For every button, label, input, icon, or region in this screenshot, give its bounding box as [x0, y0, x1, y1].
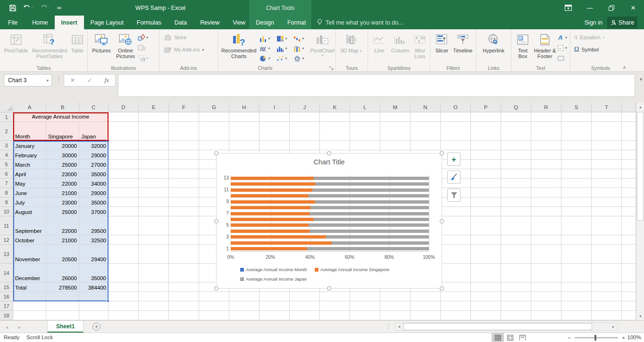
row-header-1[interactable]: 1 — [0, 112, 13, 122]
cell[interactable]: 29000 — [79, 188, 109, 197]
cell[interactable] — [169, 311, 199, 320]
cell[interactable] — [441, 207, 471, 216]
cell[interactable] — [380, 292, 410, 301]
cell[interactable] — [531, 197, 561, 207]
cell[interactable] — [501, 207, 531, 216]
cell[interactable] — [109, 197, 139, 207]
cell[interactable] — [622, 245, 636, 264]
sparkline-winloss-button[interactable]: Win/ Loss — [412, 31, 428, 59]
redo-dropdown-icon[interactable]: ▾ — [48, 6, 50, 10]
signature-dropdown-icon[interactable]: ▾ — [565, 46, 567, 50]
bar-segment[interactable] — [231, 230, 309, 233]
cell[interactable] — [622, 122, 636, 141]
cell[interactable] — [169, 188, 199, 197]
cell[interactable]: 384400 — [79, 282, 109, 292]
chart-legend[interactable]: Average Annual Income MonthAverage Annua… — [240, 267, 420, 282]
cell[interactable] — [561, 235, 592, 245]
select-all-corner[interactable] — [0, 103, 13, 112]
cell[interactable] — [199, 112, 229, 122]
text-box-button[interactable]: A Text Box — [513, 31, 532, 59]
tab-file[interactable]: File — [0, 16, 25, 29]
recommended-pivottables-button[interactable]: ? Recommended PivotTables — [30, 31, 69, 59]
row-header-3[interactable]: 3 — [0, 141, 13, 150]
bar-category-8[interactable] — [231, 206, 429, 209]
cell[interactable] — [109, 301, 139, 311]
bar-category-2[interactable] — [231, 241, 429, 245]
cell[interactable] — [592, 160, 622, 169]
column-header-B[interactable]: B — [46, 103, 79, 112]
cell[interactable] — [592, 150, 622, 160]
cell[interactable] — [441, 301, 471, 311]
my-addins-dropdown-icon[interactable]: ▾ — [202, 48, 204, 52]
cell[interactable] — [501, 282, 531, 292]
cell[interactable] — [109, 179, 139, 188]
cell[interactable] — [410, 311, 441, 320]
cell[interactable] — [139, 150, 169, 160]
cell[interactable] — [501, 150, 531, 160]
cell[interactable] — [622, 141, 636, 150]
cell[interactable]: 30000 — [46, 150, 79, 160]
shapes-dropdown-icon[interactable]: ▾ — [146, 35, 148, 40]
row-header-13[interactable]: 13 — [0, 245, 13, 264]
column-header-partial[interactable] — [622, 103, 636, 112]
cell[interactable] — [109, 188, 139, 197]
cell[interactable] — [410, 292, 441, 301]
bar-segment[interactable] — [309, 194, 429, 197]
cell[interactable] — [109, 282, 139, 292]
cell[interactable] — [471, 197, 501, 207]
cell[interactable] — [350, 141, 380, 150]
cell[interactable] — [109, 292, 139, 301]
cell[interactable]: 22000 — [46, 216, 79, 235]
column-header-N[interactable]: N — [410, 103, 441, 112]
cell[interactable] — [79, 292, 109, 301]
name-box[interactable]: Chart 3 ▾ — [4, 74, 52, 86]
cell[interactable]: Japan — [79, 122, 109, 141]
cell[interactable] — [561, 122, 592, 141]
chart-resize-handle[interactable] — [327, 151, 331, 155]
cell[interactable]: May — [13, 179, 46, 188]
cell[interactable] — [622, 301, 636, 311]
cell[interactable] — [320, 112, 350, 122]
cell[interactable] — [622, 311, 636, 320]
cell[interactable] — [622, 179, 636, 188]
cell[interactable] — [441, 216, 471, 235]
cell[interactable] — [290, 301, 320, 311]
column-header-S[interactable]: S — [561, 103, 592, 112]
row-header-10[interactable]: 10 — [0, 207, 13, 216]
tab-formulas[interactable]: Formulas — [130, 16, 168, 29]
row-header-18[interactable]: 18 — [0, 311, 13, 320]
pivotchart-button[interactable]: PivotChart ▾ — [309, 31, 336, 58]
bar-segment[interactable] — [231, 212, 309, 215]
cell[interactable] — [320, 301, 350, 311]
tab-review[interactable]: Review — [193, 16, 226, 29]
cell[interactable] — [109, 122, 139, 141]
bar-category-3[interactable] — [231, 235, 429, 239]
cell[interactable]: 20000 — [46, 141, 79, 150]
tab-insert[interactable]: Insert — [55, 16, 84, 29]
bar-category-9[interactable] — [231, 200, 429, 204]
cell[interactable] — [622, 264, 636, 282]
cell[interactable] — [622, 188, 636, 197]
cell[interactable] — [471, 245, 501, 264]
cell[interactable] — [501, 160, 531, 169]
cell[interactable] — [471, 179, 501, 188]
cell[interactable] — [471, 235, 501, 245]
equation-dropdown-icon[interactable]: ▾ — [603, 35, 605, 40]
column-header-M[interactable]: M — [380, 103, 410, 112]
cell[interactable] — [501, 235, 531, 245]
bar-segment[interactable] — [332, 241, 429, 245]
cell[interactable]: 21000 — [46, 235, 79, 245]
row-header-9[interactable]: 9 — [0, 197, 13, 207]
cell[interactable] — [229, 301, 259, 311]
cell[interactable]: February — [13, 150, 46, 160]
cell[interactable] — [290, 141, 320, 150]
cell[interactable] — [441, 282, 471, 292]
cell[interactable] — [169, 141, 199, 150]
insert-hierarchy-chart-button[interactable]: ▾ — [275, 34, 292, 43]
row-header-11[interactable]: 11 — [0, 216, 13, 235]
row-header-4[interactable]: 4 — [0, 150, 13, 160]
insert-line-chart-button[interactable]: ▾ — [258, 43, 275, 53]
cell[interactable] — [350, 122, 380, 141]
save-icon[interactable] — [9, 5, 16, 11]
cell[interactable] — [622, 207, 636, 216]
